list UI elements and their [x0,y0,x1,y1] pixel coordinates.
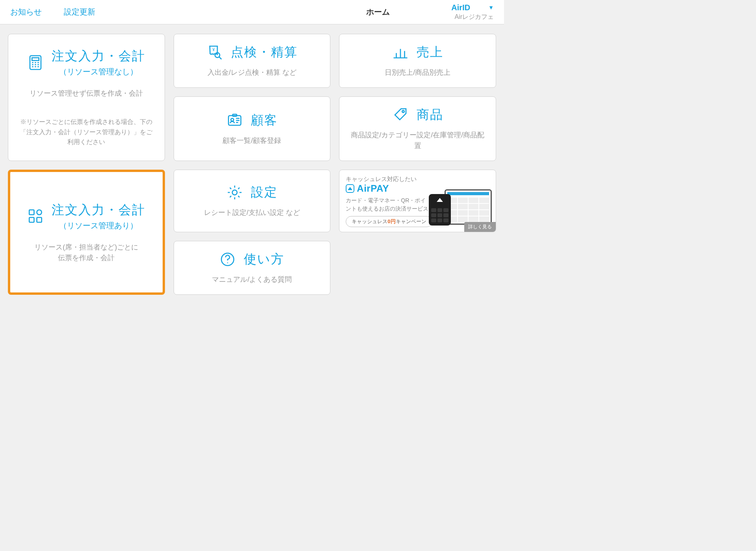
promo-brand-text: AirPAY [357,183,389,194]
card-title: 点検・精算 [231,44,298,61]
help-icon [219,251,236,268]
gear-icon [226,184,243,201]
svg-point-23 [402,111,404,113]
card-customer[interactable]: 顧客 顧客一覧/顧客登録 [174,96,331,161]
svg-rect-25 [37,210,42,214]
card-airpay-promo[interactable]: キャッシュレス対応したい AirPAY カード・電子マネー・QR・ポイントも使え… [339,170,496,232]
card-title: 使い方 [244,251,284,268]
card-title: 注文入力・会計 [52,202,145,219]
card-title: 注文入力・会計 [52,48,145,65]
svg-point-18 [231,118,233,121]
refresh-link[interactable]: 設定更新 [64,7,95,17]
card-title: 顧客 [251,112,278,129]
card-note: ※リソースごとに伝票を作成される場合、下の「注文入力・会計（リソース管理あり）」… [19,117,154,147]
card-desc: 入出金/レジ点検・精算 など [208,67,296,78]
card-product[interactable]: 商品 商品設定/カテゴリー設定/在庫管理/商品配置 [339,96,496,161]
svg-rect-24 [30,210,34,214]
card-desc: 顧客一覧/顧客登録 [222,135,281,146]
grid-icon [27,208,44,224]
card-desc: 日別売上/商品別売上 [385,67,450,78]
page-title: ホーム [366,7,390,17]
promo-more-button[interactable]: 詳しく見る [464,222,496,232]
card-title: 商品 [417,106,443,124]
svg-rect-1 [32,57,39,60]
card-desc: リソース管理せず伝票を作成・会計 [30,88,143,99]
card-subtitle: （リソース管理なし） [59,67,138,77]
card-desc: マニュアル/よくある質問 [212,274,292,285]
card-order-no-resource[interactable]: 注文入力・会計 （リソース管理なし） リソース管理せず伝票を作成・会計 ※リソー… [8,34,165,161]
svg-rect-27 [37,218,42,222]
card-desc: レシート設定/支払い設定 など [204,207,300,218]
card-inspection[interactable]: ¥ 点検・精算 入出金/レジ点検・精算 など [174,34,331,88]
svg-text:¥: ¥ [212,47,215,52]
card-desc: 商品設定/カテゴリー設定/在庫管理/商品配置 [350,130,485,151]
svg-point-28 [232,190,237,195]
home-grid: 注文入力・会計 （リソース管理なし） リソース管理せず伝票を作成・会計 ※リソー… [0,24,504,307]
chevron-down-icon: ▼ [488,4,494,11]
store-name: Airレジカフェ [454,13,494,21]
calculator-icon [27,54,44,71]
promo-badge: キャッシュレス0円キャンペーン [346,216,432,227]
account-menu[interactable]: AirID ▼ Airレジカフェ [451,3,494,21]
id-card-icon [226,112,243,129]
card-title: 売上 [417,44,443,61]
tag-icon [392,107,409,123]
promo-desc: カード・電子マネー・QR・ポイントも使えるお店の決済サービス [346,196,428,213]
bar-chart-icon [392,44,409,61]
card-title: 設定 [251,184,278,201]
svg-rect-26 [30,218,34,222]
notice-link[interactable]: お知らせ [10,7,42,17]
card-desc: リソース(席・担当者など)ごとに 伝票を作成・会計 [34,242,138,263]
card-settings[interactable]: 設定 レシート設定/支払い設定 など [174,170,331,232]
card-help[interactable]: 使い方 マニュアル/よくある質問 [174,241,331,295]
top-bar: お知らせ 設定更新 ホーム AirID ▼ Airレジカフェ [0,0,504,24]
receipt-magnify-icon: ¥ [206,44,223,61]
card-subtitle: （リソース管理あり） [59,220,138,231]
card-order-with-resource[interactable]: 注文入力・会計 （リソース管理あり） リソース(席・担当者など)ごとに 伝票を作… [8,170,165,295]
account-label: AirID [451,3,470,12]
card-sales[interactable]: 売上 日別売上/商品別売上 [339,34,496,88]
airpay-logo-icon [346,184,354,193]
svg-line-13 [219,57,221,59]
top-bar-left: お知らせ 設定更新 [10,7,95,17]
promo-hardware-illustration [429,178,492,225]
